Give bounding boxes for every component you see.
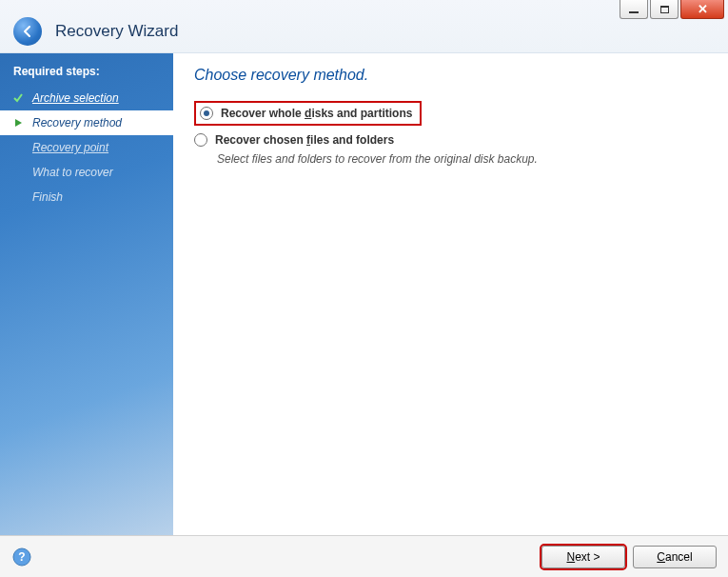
minimize-button[interactable]: [620, 0, 648, 19]
sidebar-heading: Required steps:: [0, 59, 173, 86]
option-label: Recover chosen files and folders: [215, 133, 394, 147]
sidebar-step-label: Recovery point: [32, 141, 108, 154]
check-icon: [11, 91, 25, 105]
sidebar-step-finish[interactable]: Finish: [0, 185, 173, 209]
sidebar-step-label: Recovery method: [32, 116, 122, 129]
arrow-right-icon: [11, 116, 25, 129]
step-icon-placeholder: [11, 166, 25, 179]
sidebar: Required steps: Archive selection Recove…: [0, 53, 173, 535]
step-icon-placeholder: [11, 141, 25, 154]
next-button[interactable]: Next >: [541, 546, 625, 568]
close-button[interactable]: ✕: [680, 0, 724, 19]
cancel-button[interactable]: Cancel: [633, 546, 717, 568]
body: Required steps: Archive selection Recove…: [0, 53, 728, 535]
footer: ? Next > Cancel: [0, 535, 728, 577]
window-title: Recovery Wizard: [55, 22, 178, 41]
sidebar-step-label: Finish: [32, 190, 63, 204]
svg-text:?: ?: [18, 550, 25, 564]
maximize-button[interactable]: [650, 0, 679, 19]
sidebar-step-archive-selection[interactable]: Archive selection: [0, 86, 173, 110]
sidebar-step-recovery-point[interactable]: Recovery point: [0, 135, 173, 160]
back-button[interactable]: [13, 17, 42, 46]
option-recover-disks-partitions[interactable]: Recover whole disks and partitions: [194, 101, 422, 126]
help-icon[interactable]: ?: [11, 547, 32, 567]
step-icon-placeholder: [11, 190, 25, 204]
back-arrow-icon: [20, 24, 35, 39]
content-heading: Choose recovery method.: [194, 67, 707, 84]
content: Choose recovery method. Recover whole di…: [173, 53, 728, 535]
option-description: Select files and folders to recover from…: [217, 152, 707, 166]
option-recover-files-folders[interactable]: Recover chosen files and folders: [194, 133, 707, 147]
radio-unselected-icon: [194, 133, 207, 147]
window-controls: ✕: [620, 0, 724, 19]
radio-selected-icon: [200, 107, 213, 120]
option-label: Recover whole disks and partitions: [221, 107, 412, 120]
sidebar-step-label: What to recover: [32, 166, 113, 179]
sidebar-step-recovery-method[interactable]: Recovery method: [0, 110, 173, 135]
sidebar-step-what-to-recover[interactable]: What to recover: [0, 160, 173, 185]
footer-buttons: Next > Cancel: [541, 546, 717, 568]
sidebar-step-label: Archive selection: [32, 91, 119, 105]
